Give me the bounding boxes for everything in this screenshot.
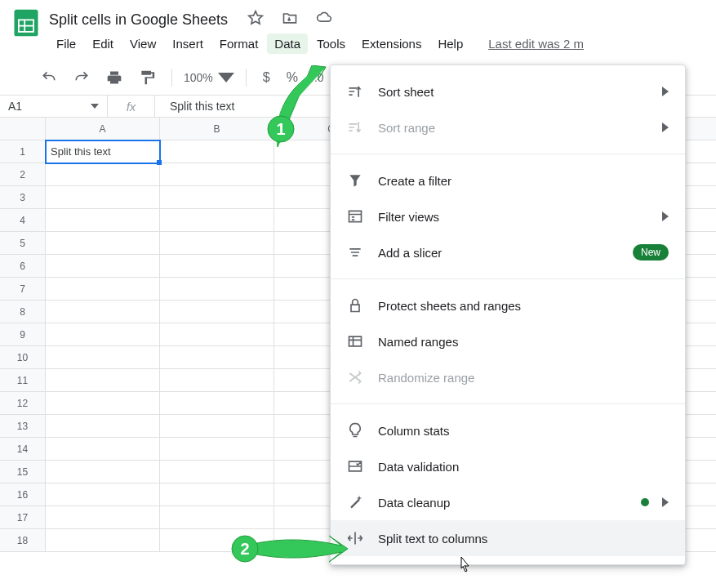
redo-button[interactable] bbox=[69, 66, 95, 89]
row-header[interactable]: 1 bbox=[0, 140, 46, 163]
cell[interactable] bbox=[160, 369, 274, 392]
doc-title[interactable]: Split cells in Google Sheets bbox=[49, 11, 228, 29]
cell[interactable] bbox=[160, 346, 274, 369]
cell[interactable] bbox=[46, 415, 160, 438]
menu-extensions[interactable]: Extensions bbox=[354, 33, 429, 54]
percent-button[interactable]: % bbox=[282, 67, 303, 88]
row-header[interactable]: 18 bbox=[0, 529, 46, 552]
menu-data-cleanup[interactable]: Data cleanup bbox=[331, 484, 685, 520]
row-header[interactable]: 4 bbox=[0, 209, 46, 232]
menu-label: Named ranges bbox=[378, 335, 458, 349]
row-header[interactable]: 7 bbox=[0, 278, 46, 301]
name-box-value: A1 bbox=[8, 100, 22, 113]
cell[interactable] bbox=[160, 438, 274, 461]
menu-label: Sort sheet bbox=[378, 85, 434, 99]
col-header[interactable]: A bbox=[46, 118, 160, 140]
undo-button[interactable] bbox=[36, 66, 62, 89]
last-edit-link[interactable]: Last edit was 2 m bbox=[488, 37, 584, 51]
menu-data-validation[interactable]: Data validation bbox=[331, 448, 685, 484]
menu-bar: File Edit View Insert Format Data Tools … bbox=[49, 32, 716, 60]
row-header[interactable]: 6 bbox=[0, 255, 46, 278]
row-header[interactable]: 2 bbox=[0, 163, 46, 186]
cell[interactable] bbox=[46, 301, 160, 323]
cell[interactable] bbox=[46, 232, 160, 255]
cell[interactable] bbox=[46, 392, 160, 415]
row-header[interactable]: 16 bbox=[0, 483, 46, 506]
menu-create-filter[interactable]: Create a filter bbox=[331, 163, 685, 198]
cell[interactable] bbox=[46, 323, 160, 346]
cell[interactable] bbox=[46, 506, 160, 529]
row-header[interactable]: 10 bbox=[0, 346, 46, 369]
menu-split-text-to-columns[interactable]: Split text to columns bbox=[331, 520, 685, 556]
row-header[interactable]: 12 bbox=[0, 392, 46, 415]
cell[interactable] bbox=[160, 323, 274, 346]
row-header[interactable]: 13 bbox=[0, 415, 46, 438]
cell-A1[interactable]: Split this text bbox=[46, 140, 160, 163]
cell[interactable] bbox=[46, 529, 160, 552]
menu-add-slicer[interactable]: Add a slicer New bbox=[331, 234, 685, 270]
menu-data[interactable]: Data bbox=[267, 33, 308, 54]
cell[interactable] bbox=[160, 255, 274, 278]
cell[interactable] bbox=[46, 346, 160, 369]
cell[interactable] bbox=[160, 461, 274, 483]
menu-edit[interactable]: Edit bbox=[85, 33, 121, 54]
row-header[interactable]: 17 bbox=[0, 506, 46, 529]
menu-format[interactable]: Format bbox=[212, 33, 266, 54]
cell[interactable] bbox=[160, 163, 274, 186]
currency-button[interactable]: $ bbox=[258, 67, 275, 88]
formula-bar[interactable]: Split this text bbox=[155, 100, 249, 113]
menu-divider bbox=[331, 154, 685, 154]
row-header[interactable]: 5 bbox=[0, 232, 46, 255]
cell[interactable] bbox=[46, 461, 160, 483]
cell[interactable] bbox=[46, 483, 160, 506]
zoom-selector[interactable]: 100% bbox=[184, 69, 234, 86]
menu-named-ranges[interactable]: Named ranges bbox=[331, 323, 685, 359]
print-button[interactable] bbox=[101, 66, 127, 89]
menu-view[interactable]: View bbox=[122, 33, 163, 54]
cell[interactable] bbox=[160, 140, 274, 163]
star-icon[interactable] bbox=[247, 10, 264, 30]
cloud-status-icon[interactable] bbox=[316, 10, 332, 30]
row-header[interactable]: 15 bbox=[0, 461, 46, 483]
cell[interactable] bbox=[160, 186, 274, 209]
row-header[interactable]: 14 bbox=[0, 438, 46, 461]
menu-protect-sheets[interactable]: Protect sheets and ranges bbox=[331, 287, 685, 323]
menu-filter-views[interactable]: Filter views bbox=[331, 198, 685, 234]
row-header[interactable]: 11 bbox=[0, 369, 46, 392]
cell[interactable] bbox=[46, 163, 160, 186]
cell[interactable] bbox=[46, 255, 160, 278]
cell[interactable] bbox=[160, 392, 274, 415]
menu-label: Data validation bbox=[378, 460, 459, 474]
menu-column-stats[interactable]: Column stats bbox=[331, 412, 685, 448]
menu-insert[interactable]: Insert bbox=[165, 33, 211, 54]
cell[interactable] bbox=[160, 483, 274, 506]
cell[interactable] bbox=[160, 301, 274, 323]
row-header[interactable]: 8 bbox=[0, 301, 46, 323]
cell[interactable] bbox=[160, 209, 274, 232]
cell[interactable] bbox=[46, 209, 160, 232]
row-header[interactable]: 9 bbox=[0, 323, 46, 346]
menu-file[interactable]: File bbox=[49, 33, 83, 54]
cell[interactable] bbox=[46, 369, 160, 392]
name-box[interactable]: A1 bbox=[0, 96, 108, 117]
cell[interactable] bbox=[46, 186, 160, 209]
wand-icon bbox=[347, 494, 363, 510]
cell[interactable] bbox=[46, 438, 160, 461]
menu-tools[interactable]: Tools bbox=[309, 33, 353, 54]
col-header[interactable]: B bbox=[160, 118, 274, 140]
row-header[interactable]: 3 bbox=[0, 186, 46, 209]
separator bbox=[171, 69, 172, 87]
cell[interactable] bbox=[46, 278, 160, 301]
cell[interactable] bbox=[160, 415, 274, 438]
menu-sort-sheet[interactable]: Sort sheet bbox=[331, 74, 685, 109]
paint-format-button[interactable] bbox=[134, 66, 160, 89]
cell[interactable] bbox=[160, 232, 274, 255]
decimal-button[interactable]: .0 bbox=[309, 68, 329, 87]
move-folder-icon[interactable] bbox=[282, 10, 298, 30]
menu-help[interactable]: Help bbox=[430, 33, 470, 54]
cell[interactable] bbox=[160, 506, 274, 529]
menu-sort-range: Sort range bbox=[331, 109, 685, 145]
select-all-corner[interactable] bbox=[0, 118, 46, 140]
cell[interactable] bbox=[160, 278, 274, 301]
cell[interactable] bbox=[160, 529, 274, 552]
